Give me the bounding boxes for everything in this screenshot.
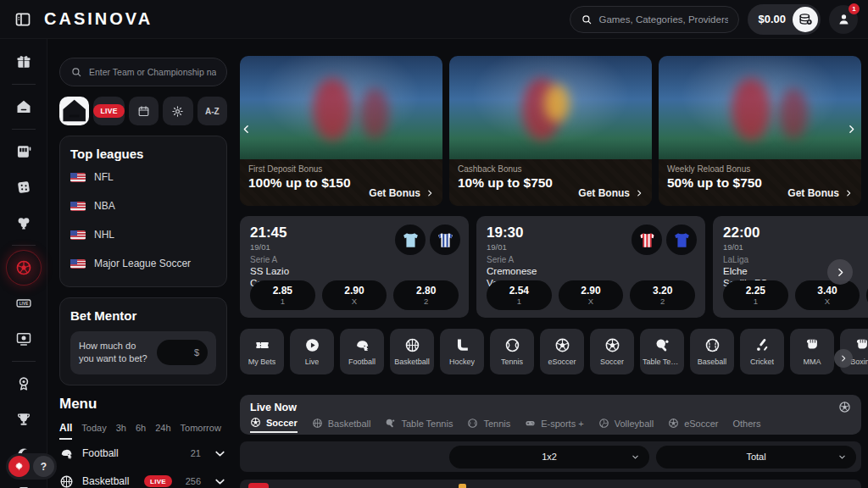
menu-filter-tomorrow[interactable]: Tomorrow [181, 423, 221, 437]
menu-filter-6h[interactable]: 6h [136, 423, 146, 437]
rail-item-virtual-sports[interactable] [7, 322, 41, 356]
team-search[interactable] [59, 58, 227, 86]
rail-item-lobby[interactable] [7, 90, 41, 124]
sidebar-toggle-icon[interactable] [10, 7, 36, 32]
rail-item-slots[interactable] [7, 135, 41, 169]
menu-sport-football[interactable]: Football 21 [59, 440, 227, 468]
odds-button[interactable]: 2.90 X [322, 280, 387, 310]
get-bonus-button[interactable]: Get Bonus [787, 187, 853, 199]
live-now-tab-e-sports-+[interactable]: E-sports + [525, 417, 583, 433]
promo-banner-1[interactable]: First Deposit Bonus 100% up to $150 Get … [240, 56, 442, 206]
promo-banner-2[interactable]: Cashback Bonus 10% up to $750 Get Bonus [449, 56, 652, 206]
odds-row: 2.54 1 2.90 X 3.20 2 [487, 280, 695, 310]
gamepad-icon [525, 418, 536, 429]
categories-next-button[interactable] [834, 349, 853, 368]
home-team: Cremonese [487, 266, 695, 276]
match-card-1[interactable]: 21:45 19/01 Serie A SS Lazio Como 2.85 1… [240, 216, 469, 318]
global-search-input[interactable] [598, 14, 728, 25]
category-basketball[interactable]: Basketball [390, 329, 434, 374]
live-now-tab-table-tennis[interactable]: Table Tennis [385, 417, 453, 433]
get-bonus-button[interactable]: Get Bonus [578, 187, 643, 199]
live-now-tab-esoccer[interactable]: eSoccer [668, 417, 718, 433]
category-tennis[interactable]: Tennis [490, 329, 534, 374]
rail-item-lucky-games[interactable] [7, 206, 41, 240]
deposit-button[interactable] [793, 7, 818, 32]
play-icon [304, 337, 320, 353]
odds-market: 1 [754, 297, 758, 306]
tennis-icon [504, 337, 520, 353]
home-team: SS Lazio [250, 266, 459, 276]
category-football[interactable]: Football [340, 329, 384, 374]
category-mma[interactable]: MMA [790, 329, 834, 374]
category-live[interactable]: Live [290, 329, 334, 374]
odds-button[interactable]: 2.85 1 [250, 280, 315, 310]
market-dropdown-total[interactable]: Total [656, 446, 856, 469]
matches-next-button[interactable] [827, 259, 853, 285]
bet-amount-field[interactable]: $ [157, 340, 208, 365]
sport-categories: My Bets Live Football Basketball Hockey … [240, 329, 868, 374]
get-bonus-button[interactable]: Get Bonus [369, 187, 434, 199]
odds-button[interactable]: 3.20 2 [630, 280, 695, 310]
sidebar-tab-schedule[interactable] [129, 97, 159, 125]
banners-next-button[interactable] [846, 124, 857, 135]
category-label: Live [305, 358, 320, 366]
menu-filter-3h[interactable]: 3h [116, 423, 126, 437]
sidebar-tab-home[interactable] [59, 97, 89, 125]
category-label: Boxing [850, 358, 868, 366]
category-esoccer[interactable]: eSoccer [540, 329, 584, 374]
category-baseball[interactable]: Baseball [690, 329, 734, 374]
rail-item-promotions[interactable] [7, 45, 41, 79]
menu-sport-basketball[interactable]: Basketball LIVE 256 [59, 468, 227, 488]
odds-button[interactable]: 3.40 X [795, 280, 860, 310]
menu-filter-all[interactable]: All [59, 422, 72, 440]
rail-item-casino-games[interactable] [7, 170, 41, 204]
promo-banner-3[interactable]: Weekly Reload Bonus 50% up to $750 Get B… [659, 56, 861, 206]
match-card-2[interactable]: 19:30 19/01 Serie A Cremonese Verona 2.5… [476, 216, 705, 318]
sidebar-tab-az[interactable]: A-Z [198, 97, 227, 125]
user-button[interactable]: 1 [829, 5, 858, 34]
market-dropdown-1x2[interactable]: 1x2 [449, 446, 649, 469]
live-now-tab-others[interactable]: Others [733, 417, 761, 433]
live-now-tab-volleyball[interactable]: Volleyball [598, 417, 654, 433]
live-now-tab-tennis[interactable]: Tennis [467, 417, 510, 433]
rail-item-live-sports[interactable]: LIVE [7, 286, 41, 320]
category-table-tennis[interactable]: Table Tennis [640, 329, 684, 374]
category-my-bets[interactable]: My Bets [240, 329, 284, 374]
main-content: First Deposit Bonus 100% up to $150 Get … [239, 39, 868, 488]
rail-item-awards[interactable] [7, 367, 41, 401]
odds-button[interactable]: 2.80 2 [393, 280, 459, 310]
live-now-tab-soccer[interactable]: Soccer [250, 417, 298, 433]
live-now-tab-basketball[interactable]: Basketball [312, 417, 371, 433]
bet-amount-input[interactable] [165, 347, 194, 358]
help-button[interactable]: ? [33, 456, 54, 477]
category-soccer[interactable]: Soccer [590, 329, 634, 374]
live-pill: LIVE [93, 104, 125, 118]
odds-button[interactable]: 2.54 1 [487, 280, 552, 310]
odds-button[interactable]: 2.90 X [559, 280, 624, 310]
team-search-input[interactable] [89, 67, 216, 77]
logo[interactable]: CASINOVA [44, 9, 153, 29]
odds-market: 2 [660, 297, 665, 306]
league-item[interactable]: NBA [70, 193, 216, 219]
soccer-ball-icon[interactable] [838, 401, 851, 413]
sidebar-tab-settings[interactable] [163, 97, 192, 125]
banners-prev-button[interactable] [241, 124, 252, 135]
global-search[interactable] [570, 6, 739, 33]
league-item[interactable]: NFL [70, 164, 216, 190]
category-label: Hockey [449, 358, 475, 366]
rail-item-tournaments[interactable] [7, 402, 41, 436]
balance[interactable]: $0.00 [748, 4, 821, 35]
tabletennis-icon [385, 418, 396, 429]
language-button[interactable] [8, 456, 30, 477]
menu-filter-today[interactable]: Today [81, 423, 106, 437]
league-item[interactable]: NHL [70, 222, 216, 247]
sidebar-tab-live[interactable]: LIVE [93, 97, 125, 125]
menu-filter-24h[interactable]: 24h [155, 423, 170, 437]
odds-button[interactable]: 2.25 1 [723, 280, 788, 310]
hockey-icon [454, 337, 470, 353]
league-item[interactable]: Major League Soccer [70, 251, 216, 276]
odds-price: 3.20 [653, 285, 672, 297]
rail-item-sports[interactable] [7, 251, 41, 285]
category-hockey[interactable]: Hockey [440, 329, 484, 374]
category-cricket[interactable]: Cricket [740, 329, 784, 374]
